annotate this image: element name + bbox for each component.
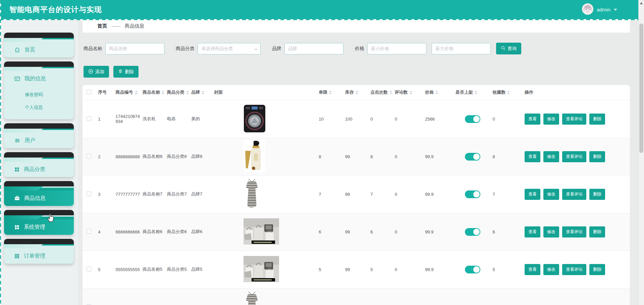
- breadcrumb-current: 商品信息: [125, 23, 144, 29]
- search-form: 商品名称 商品分类 品牌 价格 查询: [84, 43, 630, 54]
- row-delete-button[interactable]: 删除: [589, 264, 605, 275]
- card-top-strip: [4, 181, 74, 186]
- column-header[interactable]: 单限: [319, 85, 345, 100]
- sort-caret-icon[interactable]: [507, 90, 510, 95]
- view-comments-button[interactable]: 查看评论: [562, 151, 586, 162]
- sidebar-item-home[interactable]: 首页: [4, 33, 74, 57]
- view-button[interactable]: 查看: [525, 189, 540, 200]
- edit-button[interactable]: 修改: [543, 264, 559, 275]
- edit-button[interactable]: 修改: [543, 189, 559, 200]
- row-delete-button[interactable]: 删除: [589, 114, 605, 125]
- sort-caret-icon[interactable]: [355, 90, 359, 95]
- cell-limit: 6: [319, 229, 321, 234]
- card-top-strip: [4, 210, 74, 215]
- sidebar-item-users[interactable]: 用户: [4, 123, 74, 148]
- breadcrumb-home-link[interactable]: 首页: [97, 23, 107, 29]
- cell-code: 8888888888: [116, 154, 140, 159]
- cell-clicks: 5: [370, 267, 373, 272]
- user-menu[interactable]: admin: [582, 0, 617, 19]
- app-title: 智能电商平台的设计与实现: [9, 5, 102, 15]
- row-delete-button[interactable]: 删除: [589, 189, 605, 200]
- on-shelf-toggle[interactable]: [465, 266, 480, 273]
- sort-caret-icon[interactable]: [135, 90, 138, 95]
- sidebar-item-product-category[interactable]: 商品分类: [4, 152, 74, 177]
- on-shelf-toggle[interactable]: [465, 153, 480, 161]
- view-button[interactable]: 查看: [525, 264, 540, 275]
- row-checkbox[interactable]: [87, 267, 91, 271]
- product-name-input[interactable]: [105, 43, 164, 54]
- view-comments-button[interactable]: 查看评论: [562, 226, 586, 237]
- column-header[interactable]: 评论数: [395, 85, 425, 100]
- chevron-down-icon: [614, 9, 617, 11]
- page-scrollbar[interactable]: [638, 0, 644, 305]
- category-select[interactable]: [198, 43, 261, 54]
- view-button[interactable]: 查看: [525, 151, 540, 162]
- name-label: 商品名称: [84, 46, 102, 52]
- sidebar-group-my-info[interactable]: 我的信息 修改密码 个人信息: [4, 61, 74, 119]
- product-cover-image: [244, 256, 279, 283]
- view-button[interactable]: 查看: [525, 226, 540, 237]
- brand-input[interactable]: [284, 43, 343, 54]
- row-checkbox[interactable]: [87, 116, 91, 121]
- row-delete-button[interactable]: 删除: [589, 151, 605, 162]
- on-shelf-toggle[interactable]: [465, 190, 480, 198]
- row-checkbox[interactable]: [87, 191, 91, 196]
- column-header[interactable]: 商品分类: [167, 85, 191, 100]
- delete-button[interactable]: 删除: [113, 66, 139, 78]
- max-price-input[interactable]: [432, 43, 491, 54]
- table-row: 11744210674934洗衣机电器美的101000025660查看修改查看评…: [83, 100, 630, 138]
- plus-circle-icon: [88, 69, 93, 75]
- column-header[interactable]: 点击次数: [370, 85, 394, 100]
- edit-button[interactable]: 修改: [543, 226, 559, 237]
- cell-price: 99.9: [425, 267, 433, 272]
- sort-caret-icon[interactable]: [389, 90, 392, 95]
- sidebar-subitem-change-password[interactable]: 修改密码: [4, 88, 74, 101]
- sidebar-item-product-info[interactable]: 商品信息: [4, 181, 74, 206]
- row-checkbox[interactable]: [87, 229, 91, 234]
- sidebar-subitem-personal-info[interactable]: 个人信息: [4, 101, 74, 114]
- edit-button[interactable]: 修改: [543, 151, 559, 162]
- min-price-input[interactable]: [367, 43, 426, 54]
- cell-no: 1: [98, 117, 100, 122]
- scrollbar-thumb[interactable]: [639, 24, 643, 153]
- sort-caret-icon[interactable]: [186, 90, 189, 95]
- row-delete-button[interactable]: 删除: [589, 226, 605, 237]
- column-header[interactable]: 价格: [425, 85, 455, 100]
- card-top-strip: [4, 33, 74, 38]
- avatar[interactable]: [582, 3, 593, 16]
- sort-caret-icon[interactable]: [435, 90, 438, 95]
- sidebar-item-label: 首页: [24, 46, 35, 53]
- column-header[interactable]: 商品编号: [116, 85, 143, 100]
- query-button[interactable]: 查询: [496, 43, 521, 54]
- column-header[interactable]: 收藏数: [492, 85, 525, 100]
- toggle-knob: [473, 116, 480, 122]
- cell-code: 5555555555: [116, 267, 140, 272]
- sidebar-item-order-management[interactable]: 订单管理: [4, 239, 74, 264]
- view-comments-button[interactable]: 查看评论: [562, 114, 586, 125]
- on-shelf-toggle[interactable]: [465, 115, 480, 123]
- on-shelf-toggle[interactable]: [465, 228, 480, 236]
- sidebar-item-system-management[interactable]: 系统管理: [4, 210, 74, 235]
- select-all-checkbox[interactable]: [87, 90, 91, 94]
- cell-code: 1744210674934: [116, 114, 140, 124]
- sort-caret-icon[interactable]: [201, 90, 205, 95]
- sort-caret-icon[interactable]: [409, 90, 413, 95]
- sort-caret-icon[interactable]: [474, 90, 478, 95]
- cell-brand: 品牌6: [191, 229, 202, 234]
- sort-caret-icon[interactable]: [329, 90, 332, 95]
- add-button[interactable]: 添加: [84, 66, 109, 78]
- scroll-up-arrow-icon[interactable]: [640, 2, 643, 4]
- column-header[interactable]: 商品名称: [143, 85, 167, 100]
- row-checkbox[interactable]: [87, 154, 91, 159]
- view-comments-button[interactable]: 查看评论: [562, 264, 586, 275]
- view-comments-button[interactable]: 查看评论: [562, 189, 586, 200]
- edit-button[interactable]: 修改: [543, 114, 559, 125]
- toggle-knob: [473, 154, 480, 160]
- cell-price: 2566: [425, 117, 435, 122]
- cell-category: 商品分类7: [167, 191, 187, 197]
- sort-caret-icon[interactable]: [161, 90, 165, 95]
- view-button[interactable]: 查看: [525, 114, 540, 125]
- column-header[interactable]: 库存: [345, 85, 370, 100]
- column-header[interactable]: 是否上架: [455, 85, 493, 100]
- column-header[interactable]: 品牌: [191, 85, 214, 100]
